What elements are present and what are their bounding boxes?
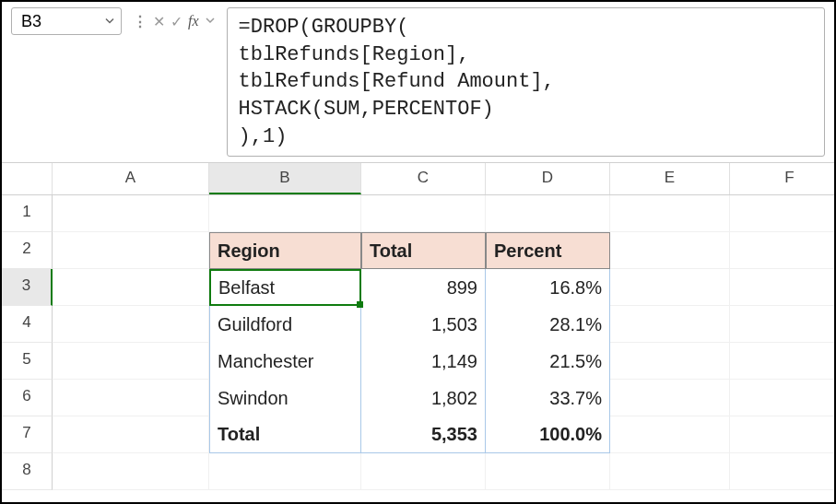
formula-controls: ⋮ ✕ ✓ fx (129, 7, 219, 35)
cell-a7[interactable] (53, 416, 209, 453)
cell-d4[interactable]: 28.1% (486, 306, 610, 343)
row-header-7[interactable]: 7 (2, 416, 53, 453)
col-header-b[interactable]: B (209, 163, 361, 194)
cell-b7[interactable]: Total (209, 416, 361, 453)
cell-b3[interactable]: Belfast (209, 269, 361, 306)
row-header-4[interactable]: 4 (2, 306, 53, 343)
cell-b6[interactable]: Swindon (209, 380, 361, 416)
row-header-2[interactable]: 2 (2, 232, 53, 269)
cell-e8[interactable] (610, 453, 730, 490)
cell-f3[interactable] (730, 269, 836, 306)
fx-icon[interactable]: fx (188, 13, 199, 29)
cell-d8[interactable] (486, 453, 610, 490)
cell-f8[interactable] (730, 453, 836, 490)
cell-d5[interactable]: 21.5% (486, 343, 610, 380)
chevron-down-icon[interactable] (104, 12, 115, 31)
cell-d1[interactable] (486, 195, 610, 232)
cell-d3[interactable]: 16.8% (486, 269, 610, 306)
cell-b1[interactable] (209, 195, 361, 232)
table-header-percent[interactable]: Percent (486, 232, 610, 269)
cell-f7[interactable] (730, 416, 836, 453)
cell-c6[interactable]: 1,802 (361, 380, 486, 416)
cell-c5[interactable]: 1,149 (361, 343, 486, 380)
cell-d6[interactable]: 33.7% (486, 380, 610, 416)
table-header-total[interactable]: Total (361, 232, 486, 269)
row-header-1[interactable]: 1 (2, 195, 53, 232)
select-all-corner[interactable] (2, 163, 53, 194)
name-box-value: B3 (21, 12, 41, 31)
cell-b8[interactable] (209, 453, 361, 490)
divider-icon: ⋮ (133, 13, 147, 30)
cell-c3[interactable]: 899 (361, 269, 486, 306)
cell-e7[interactable] (610, 416, 730, 453)
chevron-down-icon[interactable] (205, 13, 216, 29)
cell-f6[interactable] (730, 380, 836, 416)
cell-e5[interactable] (610, 343, 730, 380)
cell-e3[interactable] (610, 269, 730, 306)
formula-bar[interactable]: =DROP(GROUPBY( tblRefunds[Region], tblRe… (227, 7, 825, 157)
cell-f5[interactable] (730, 343, 836, 380)
cell-b4[interactable]: Guildford (209, 306, 361, 343)
cell-a5[interactable] (53, 343, 209, 380)
row-header-5[interactable]: 5 (2, 343, 53, 380)
column-headers: A B C D E F (2, 163, 834, 195)
cell-a4[interactable] (53, 306, 209, 343)
cancel-icon[interactable]: ✕ (153, 13, 165, 30)
cell-a6[interactable] (53, 380, 209, 416)
name-box[interactable]: B3 (11, 7, 122, 35)
cell-e4[interactable] (610, 306, 730, 343)
cell-e1[interactable] (610, 195, 730, 232)
cell-c8[interactable] (361, 453, 486, 490)
cell-d7[interactable]: 100.0% (486, 416, 610, 453)
col-header-c[interactable]: C (361, 163, 486, 194)
cell-f4[interactable] (730, 306, 836, 343)
cell-f1[interactable] (730, 195, 836, 232)
accept-icon[interactable]: ✓ (171, 13, 183, 30)
cell-a3[interactable] (53, 269, 209, 306)
cell-c1[interactable] (361, 195, 486, 232)
col-header-f[interactable]: F (730, 163, 836, 194)
formula-bar-area: B3 ⋮ ✕ ✓ fx =DROP(GROUPBY( tblRefunds[Re… (2, 2, 834, 163)
col-header-e[interactable]: E (610, 163, 730, 194)
spreadsheet-grid: A B C D E F 1 2 Region Total Percent 3 B… (2, 163, 834, 490)
row-header-6[interactable]: 6 (2, 380, 53, 416)
cell-a8[interactable] (53, 453, 209, 490)
grid-rows: 1 2 Region Total Percent 3 Belfast 899 1… (2, 195, 834, 490)
cell-e2[interactable] (610, 232, 730, 269)
cell-c4[interactable]: 1,503 (361, 306, 486, 343)
cell-e6[interactable] (610, 380, 730, 416)
col-header-a[interactable]: A (53, 163, 209, 194)
table-header-region[interactable]: Region (209, 232, 361, 269)
row-header-8[interactable]: 8 (2, 453, 53, 490)
cell-f2[interactable] (730, 232, 836, 269)
cell-c7[interactable]: 5,353 (361, 416, 486, 453)
cell-a1[interactable] (53, 195, 209, 232)
col-header-d[interactable]: D (486, 163, 610, 194)
row-header-3[interactable]: 3 (2, 269, 53, 306)
cell-a2[interactable] (53, 232, 209, 269)
cell-b5[interactable]: Manchester (209, 343, 361, 380)
